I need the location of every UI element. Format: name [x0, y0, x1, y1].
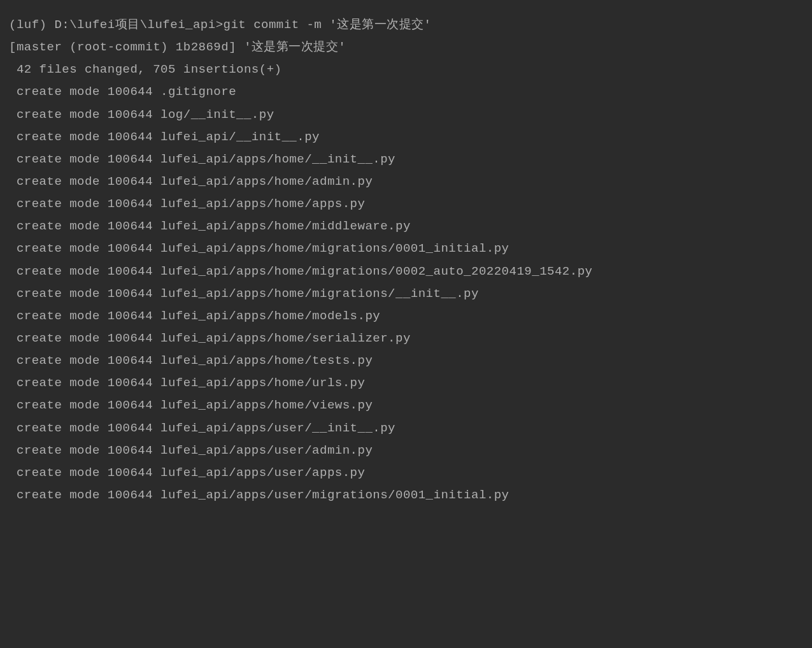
file-line: create mode 100644 lufei_api/apps/home/u…	[9, 372, 803, 394]
file-line: create mode 100644 lufei_api/apps/home/a…	[9, 193, 803, 215]
file-line: create mode 100644 lufei_api/apps/home/m…	[9, 283, 803, 305]
file-line: create mode 100644 lufei_api/apps/home/v…	[9, 394, 803, 417]
file-line: create mode 100644 lufei_api/apps/home/m…	[9, 215, 803, 238]
file-line: create mode 100644 log/__init__.py	[9, 104, 803, 126]
stats-line: 42 files changed, 705 insertions(+)	[9, 59, 803, 81]
commit-info-line: [master (root-commit) 1b2869d] '这是第一次提交'	[9, 36, 803, 59]
prompt: (luf) D:\lufei项目\lufei_api>	[9, 18, 224, 32]
file-line: create mode 100644 lufei_api/apps/home/_…	[9, 148, 803, 171]
file-line: create mode 100644 .gitignore	[9, 81, 803, 103]
file-line: create mode 100644 lufei_api/apps/home/m…	[9, 238, 803, 260]
file-line: create mode 100644 lufei_api/apps/user/a…	[9, 440, 803, 462]
file-line: create mode 100644 lufei_api/apps/home/a…	[9, 171, 803, 193]
file-line: create mode 100644 lufei_api/apps/home/s…	[9, 328, 803, 350]
file-line: create mode 100644 lufei_api/__init__.py	[9, 126, 803, 148]
file-line: create mode 100644 lufei_api/apps/user/_…	[9, 417, 803, 440]
file-line: create mode 100644 lufei_api/apps/home/t…	[9, 350, 803, 372]
prompt-line: (luf) D:\lufei项目\lufei_api>git commit -m…	[9, 14, 803, 36]
file-line: create mode 100644 lufei_api/apps/user/a…	[9, 462, 803, 484]
terminal-output[interactable]: (luf) D:\lufei项目\lufei_api>git commit -m…	[9, 14, 803, 507]
file-line: create mode 100644 lufei_api/apps/home/m…	[9, 305, 803, 328]
file-line: create mode 100644 lufei_api/apps/home/m…	[9, 261, 803, 283]
file-line: create mode 100644 lufei_api/apps/user/m…	[9, 484, 803, 507]
command: git commit -m '这是第一次提交'	[224, 18, 432, 32]
